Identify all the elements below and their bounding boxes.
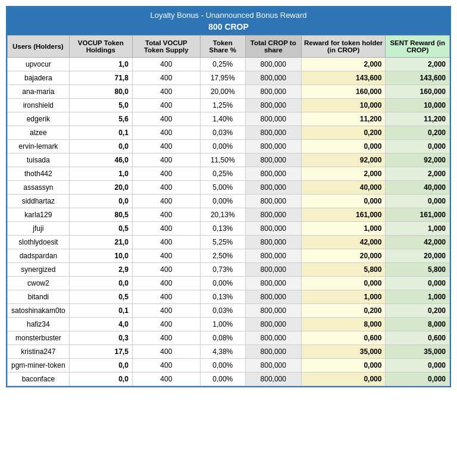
cell-user: slothlydoesit — [8, 236, 70, 249]
cell-total-crop: 800,000 — [245, 249, 301, 263]
cell-user: hafiz34 — [8, 318, 70, 331]
cell-vocup: 80,5 — [69, 208, 132, 222]
table-row: ironshield5,04001,25%800,00010,00010,000 — [8, 99, 450, 112]
cell-total-crop: 800,000 — [245, 126, 301, 140]
cell-reward: 8,000 — [301, 318, 386, 331]
cell-reward: 42,000 — [301, 236, 386, 249]
cell-sent: 42,000 — [386, 236, 450, 249]
table-row: ana-maria80,040020,00%800,000160,000160,… — [8, 85, 450, 99]
cell-total-vocup: 400 — [132, 167, 200, 181]
cell-user: dadspardan — [8, 249, 70, 263]
cell-reward: 5,800 — [301, 263, 386, 277]
cell-total-crop: 800,000 — [245, 208, 301, 222]
cell-total-crop: 800,000 — [245, 181, 301, 195]
cell-total-crop: 800,000 — [245, 58, 301, 71]
cell-reward: 0,000 — [301, 359, 386, 372]
cell-total-crop: 800,000 — [245, 167, 301, 181]
cell-token-share: 0,73% — [200, 263, 245, 277]
cell-vocup: 0,0 — [69, 359, 132, 372]
cell-token-share: 20,00% — [200, 85, 245, 99]
cell-token-share: 0,08% — [200, 331, 245, 345]
cell-total-vocup: 400 — [132, 181, 200, 195]
col-header-users: Users (Holders) — [8, 36, 70, 58]
cell-user: ervin-lemark — [8, 140, 70, 154]
table-row: edgerik5,64001,40%800,00011,20011,200 — [8, 112, 450, 126]
cell-reward: 143,600 — [301, 71, 386, 85]
cell-user: satoshinakam0to — [8, 304, 70, 318]
cell-sent: 0,000 — [386, 277, 450, 290]
cell-total-crop: 800,000 — [245, 236, 301, 249]
table-row: baconface0,04000,00%800,0000,0000,000 — [8, 372, 450, 386]
cell-user: jfuji — [8, 222, 70, 236]
table-row: siddhartaz0,04000,00%800,0000,0000,000 — [8, 195, 450, 208]
cell-user: bitandi — [8, 290, 70, 304]
cell-total-crop: 800,000 — [245, 318, 301, 331]
cell-sent: 0,000 — [386, 359, 450, 372]
cell-total-crop: 800,000 — [245, 222, 301, 236]
cell-token-share: 0,13% — [200, 222, 245, 236]
cell-total-vocup: 400 — [132, 331, 200, 345]
cell-total-vocup: 400 — [132, 263, 200, 277]
cell-total-vocup: 400 — [132, 71, 200, 85]
header-subtitle: Unannounced Bonus Reward — [206, 11, 307, 20]
cell-user: pgm-miner-token — [8, 359, 70, 372]
cell-reward: 0,600 — [301, 331, 386, 345]
cell-user: ironshield — [8, 99, 70, 112]
table-row: pgm-miner-token0,04000,00%800,0000,0000,… — [8, 359, 450, 372]
cell-total-vocup: 400 — [132, 249, 200, 263]
cell-vocup: 4,0 — [69, 318, 132, 331]
table-row: bitandi0,54000,13%800,0001,0001,000 — [8, 290, 450, 304]
cell-token-share: 5,25% — [200, 236, 245, 249]
cell-vocup: 0,0 — [69, 195, 132, 208]
cell-sent: 10,000 — [386, 99, 450, 112]
cell-reward: 0,000 — [301, 277, 386, 290]
cell-total-crop: 800,000 — [245, 331, 301, 345]
cell-total-crop: 800,000 — [245, 304, 301, 318]
cell-reward: 11,200 — [301, 112, 386, 126]
table-row: alzee0,14000,03%800,0000,2000,200 — [8, 126, 450, 140]
table-row: assassyn20,04005,00%800,00040,00040,000 — [8, 181, 450, 195]
cell-token-share: 17,95% — [200, 71, 245, 85]
table-row: thoth4421,04000,25%800,0002,0002,000 — [8, 167, 450, 181]
table-row: monsterbuster0,34000,08%800,0000,6000,60… — [8, 331, 450, 345]
cell-total-vocup: 400 — [132, 154, 200, 167]
cell-sent: 2,000 — [386, 58, 450, 71]
cell-token-share: 20,13% — [200, 208, 245, 222]
cell-sent: 20,000 — [386, 249, 450, 263]
cell-total-crop: 800,000 — [245, 112, 301, 126]
cell-user: cwow2 — [8, 277, 70, 290]
cell-total-vocup: 400 — [132, 277, 200, 290]
cell-vocup: 80,0 — [69, 85, 132, 99]
cell-user: upvocur — [8, 58, 70, 71]
cell-sent: 35,000 — [386, 345, 450, 359]
cell-token-share: 0,25% — [200, 58, 245, 71]
table-row: dadspardan10,04002,50%800,00020,00020,00… — [8, 249, 450, 263]
cell-vocup: 1,0 — [69, 167, 132, 181]
cell-vocup: 0,3 — [69, 331, 132, 345]
cell-total-crop: 800,000 — [245, 85, 301, 99]
table-row: upvocur1,04000,25%800,0002,0002,000 — [8, 58, 450, 71]
cell-reward: 0,000 — [301, 372, 386, 386]
cell-sent: 0,200 — [386, 304, 450, 318]
cell-reward: 1,000 — [301, 290, 386, 304]
header-subtitle-separator: - — [201, 11, 206, 20]
cell-sent: 40,000 — [386, 181, 450, 195]
cell-reward: 2,000 — [301, 167, 386, 181]
cell-token-share: 1,40% — [200, 112, 245, 126]
cell-total-crop: 800,000 — [245, 195, 301, 208]
table-row: tuisada46,040011,50%800,00092,00092,000 — [8, 154, 450, 167]
cell-total-vocup: 400 — [132, 126, 200, 140]
cell-user: karla129 — [8, 208, 70, 222]
cell-reward: 0,200 — [301, 304, 386, 318]
table-row: ervin-lemark0,04000,00%800,0000,0000,000 — [8, 140, 450, 154]
col-header-vocup: VOCUP Token Holdings — [69, 36, 132, 58]
cell-total-crop: 800,000 — [245, 71, 301, 85]
cell-user: siddhartaz — [8, 195, 70, 208]
cell-total-vocup: 400 — [132, 318, 200, 331]
cell-total-crop: 800,000 — [245, 99, 301, 112]
cell-vocup: 0,0 — [69, 372, 132, 386]
cell-total-crop: 800,000 — [245, 140, 301, 154]
cell-reward: 0,000 — [301, 195, 386, 208]
table-row: hafiz344,04001,00%800,0008,0008,000 — [8, 318, 450, 331]
cell-reward: 1,000 — [301, 222, 386, 236]
